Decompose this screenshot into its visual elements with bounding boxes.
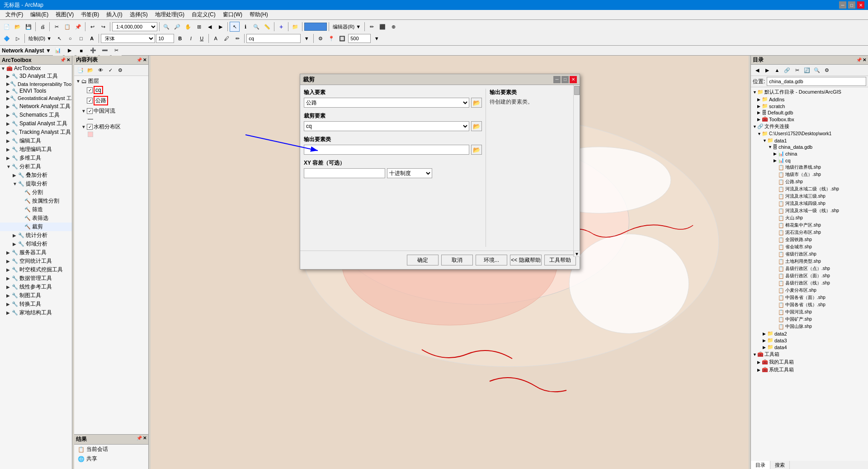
cat-china-mineral[interactable]: 📋 中国矿产.shp [752,316,867,323]
add-data-button[interactable]: + [276,22,286,32]
menu-view[interactable]: 视图(V) [52,10,77,19]
toolbox-root[interactable]: ▼ 🧰 ArcToolbox [0,65,72,72]
catalog-forward-btn[interactable]: ▶ [763,66,772,75]
na-btn4[interactable]: ➕ [88,46,98,56]
dialog-tool-help-button[interactable]: 工具帮助 [544,255,576,265]
catalog-search-btn[interactable]: 🔍 [812,66,821,75]
cat-work1[interactable]: ▼ 📁 C:\Users\17520\Desktop\work1 [752,130,867,137]
menu-file[interactable]: 文件(F) [2,10,27,19]
catalog-connect-btn[interactable]: 🔗 [783,66,792,75]
results-share[interactable]: 🌐 共享 [74,454,148,464]
catalog-pin-icon[interactable]: 📌 [856,57,862,62]
toc-list-by-source[interactable]: 📂 [86,66,95,75]
dialog-minimize[interactable]: ─ [553,76,561,83]
output-feature-input[interactable]: C:\Users\17520\Desktop\work1\data1\china… [304,145,469,155]
input-feature-select[interactable]: 公路 [304,98,469,108]
cat-province[interactable]: 📋 省级行政区.shp [752,251,867,258]
toc-list-by-visibility[interactable]: 👁 [96,66,105,75]
toolbox-interop[interactable]: ▶ 🔧 Data Interoperability Too... [0,81,72,87]
color-block[interactable] [304,23,327,31]
cat-road[interactable]: 📋 公路.shp [752,178,867,185]
toc-cq-layer[interactable]: ✓ cq [75,85,147,95]
toolbox-split[interactable]: 🔨 分割 [0,188,72,197]
toc-pin-icon[interactable]: 📌 [137,57,142,62]
toolbox-schematics[interactable]: ▶ 🔧 Schematics 工具 [0,111,72,119]
menu-geoprocessing[interactable]: 地理处理(G) [151,10,188,19]
maximize-button[interactable]: □ [848,1,855,9]
catalog-up-btn[interactable]: ▲ [773,66,782,75]
move-button[interactable]: ⊕ [388,22,398,32]
menu-edit[interactable]: 编辑(E) [27,10,52,19]
menu-insert[interactable]: 插入(I) [103,10,126,19]
results-current-session[interactable]: 📋 当前会话 [74,445,148,454]
cat-scratch[interactable]: ▶ 📁 scratch [752,103,867,109]
na-label[interactable]: Network Analyst ▼ [2,47,51,54]
font-size-input[interactable] [156,34,174,43]
toolbox-network[interactable]: ▶ 🔧 Network Analyst 工具 [0,102,72,111]
cat-river2[interactable]: 📋 河流及水域二级（线）.shp [752,185,867,193]
edit-vertex-button[interactable]: ⬛ [377,22,387,32]
forward-extent-button[interactable]: ▶ [216,22,226,32]
scrollbar-thumb[interactable] [574,86,580,95]
snap-distance-input[interactable] [348,34,371,43]
toolbox-cartography[interactable]: ▶ 🔧 制图工具 [0,291,72,300]
underline-button[interactable]: U [197,33,207,43]
toc-river-layer[interactable]: ▼ ✓ 中国河流 [75,107,147,115]
redo-button[interactable]: ↪ [98,22,108,32]
snap-settings-btn[interactable]: ⚙ [316,33,326,43]
menu-select[interactable]: 选择(S) [126,10,151,19]
snap-dist-dropdown[interactable]: ▼ [372,33,382,43]
scale-dropdown[interactable]: 1:4,000,000 [112,22,157,31]
save-button[interactable]: 💾 [24,22,33,32]
cat-national-rail[interactable]: 📋 全国铁路.shp [752,236,867,243]
field-dropdown-btn[interactable]: ▼ [302,33,311,43]
cat-county-line[interactable]: 📋 县级行政区（线）.shp [752,280,867,287]
cat-china-prov-line[interactable]: 📋 中国各省（线）.shp [752,301,867,308]
toolbox-clip[interactable]: 🔨 裁剪 [0,223,72,231]
cat-cotton[interactable]: 📋 棉花集中产区.shp [752,222,867,229]
results-pin-icon[interactable]: 📌 [137,436,142,443]
dialog-hide-help-button[interactable]: << 隐藏帮助 [510,255,542,265]
menu-help[interactable]: 帮助(H) [246,10,272,19]
field-name-input[interactable] [246,34,301,43]
sketch-button[interactable]: ✏ [367,22,377,32]
dialog-maximize[interactable]: □ [561,76,569,83]
cat-data3[interactable]: ▶ 📁 data3 [752,337,867,344]
snap-btn3[interactable]: 🔲 [337,33,347,43]
cat-toolbox[interactable]: ▶ 🧰 Toolbox.tbx [752,116,867,123]
cat-capital-city[interactable]: 📋 省会城市.shp [752,243,867,251]
toolbox-multidim[interactable]: ▶ 🔧 多维工具 [0,154,72,162]
select-button[interactable]: ↖ [230,22,240,32]
font-dropdown[interactable]: 宋体 [101,34,155,43]
print-button[interactable]: 🖨 [38,22,47,32]
menu-customize[interactable]: 自定义(C) [188,10,219,19]
toc-rice-layer[interactable]: ▼ ✓ 水稻分布区 [75,123,147,131]
cat-river4[interactable]: 📋 河流及水域四级.shp [752,200,867,207]
toolbox-spatial[interactable]: ▶ 🔧 Spatial Analyst 工具 [0,119,72,128]
catalog-refresh-btn[interactable]: 🔄 [802,66,811,75]
font-color-btn[interactable]: A [211,33,221,43]
cat-cq[interactable]: ▶ 📊 cq [752,157,867,164]
line-color-btn[interactable]: ✏ [232,33,242,43]
toolbox-data-mgmt[interactable]: ▶ 🔧 数据管理工具 [0,274,72,283]
toc-layers-root[interactable]: ▼ 🗂 图层 [75,77,147,85]
tab-catalog[interactable]: 目录 [751,461,770,469]
dialog-cancel-button[interactable]: 取消 [441,255,473,265]
toolbox-3d[interactable]: ▶ 🔧 3D Analyst 工具 [0,72,72,81]
draw-tool-btn2[interactable]: ▷ [13,33,23,43]
measure-button[interactable]: 📏 [262,22,272,32]
fill-color-btn[interactable]: 🖊 [222,33,231,43]
back-extent-button[interactable]: ◀ [205,22,215,32]
cat-toolboxes[interactable]: ▼ 🧰 工具箱 [752,351,867,358]
river-checkbox[interactable]: ✓ [87,108,93,114]
clip-feature-browse[interactable]: 📂 [471,121,482,131]
cat-city-point[interactable]: 📋 地级市（点）.shp [752,171,867,178]
draw-circle[interactable]: ○ [65,33,75,43]
find-button[interactable]: 🔍 [251,22,261,32]
new-button[interactable]: 📄 [2,22,12,32]
cat-river3[interactable]: 📋 河流及水域三级.shp [752,193,867,200]
toc-list-by-selection[interactable]: ✓ [106,66,115,75]
minimize-button[interactable]: ─ [839,1,846,9]
zoom-in-button[interactable]: 🔍 [161,22,171,32]
catalog-options-btn[interactable]: ⚙ [822,66,831,75]
